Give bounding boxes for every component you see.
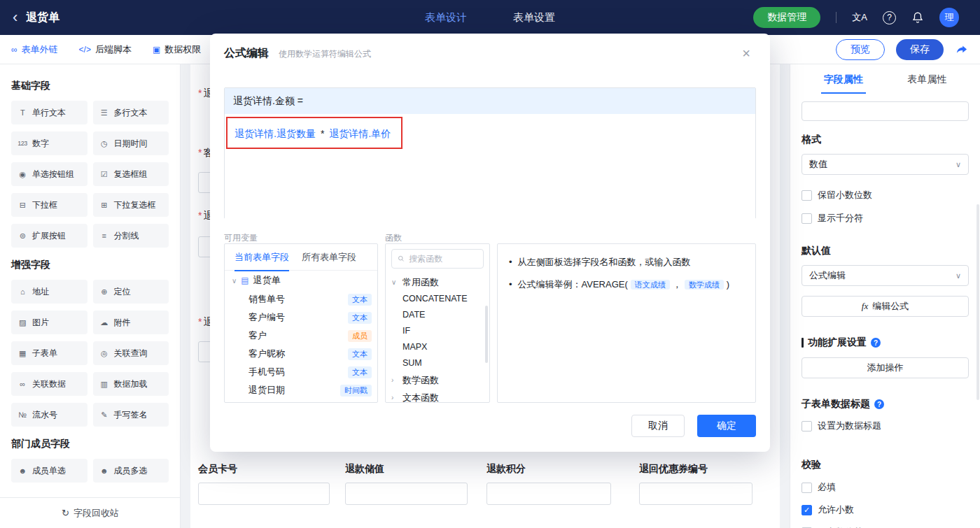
scrollbar[interactable] [976, 204, 979, 400]
thousands-separator-checkbox[interactable]: 显示千分符 [802, 212, 969, 224]
tab-all-form-fields[interactable]: 所有表单字段 [302, 251, 356, 264]
function-item[interactable]: SUM [386, 355, 489, 371]
add-action-button[interactable]: 添加操作 [802, 357, 969, 378]
data-permission-button[interactable]: ▣ 数据权限 [153, 43, 201, 56]
field-title-input[interactable] [802, 101, 969, 121]
palette-item-attachment[interactable]: ☁附件 [93, 311, 169, 334]
allow-decimals-checkbox[interactable]: 允许小数 [802, 504, 969, 516]
palette-item-subform[interactable]: ▦子表单 [11, 341, 88, 365]
default-value-select[interactable]: 公式编辑 ∨ [802, 265, 969, 286]
modal-subtitle: 使用数学运算符编辑公式 [279, 48, 371, 60]
checkbox-icon [802, 190, 812, 201]
confirm-button[interactable]: 确定 [697, 415, 756, 437]
palette-item-related-data[interactable]: ∞关联数据 [11, 372, 88, 396]
palette-item-location[interactable]: ⊕定位 [93, 280, 169, 304]
palette-item-member-multi[interactable]: ☻成员多选 [93, 459, 169, 483]
bell-icon[interactable] [911, 11, 924, 24]
member-card-input[interactable] [198, 483, 330, 505]
pen-icon: ✎ [99, 411, 110, 420]
default-value: 公式编辑 [809, 269, 846, 282]
function-group-text[interactable]: › 文本函数 [386, 389, 489, 403]
scrollbar[interactable] [485, 306, 488, 363]
help-circle-icon[interactable]: ? [871, 338, 881, 348]
image-icon: ▨ [17, 318, 28, 327]
palette-item-number[interactable]: 123数字 [11, 131, 88, 155]
edit-formula-button[interactable]: fx 编辑公式 [802, 296, 969, 317]
tab-form-settings[interactable]: 表单设置 [513, 11, 555, 24]
variable-row[interactable]: 客户昵称文本 [225, 345, 377, 363]
checkbox-label: 必填 [818, 481, 836, 494]
keep-decimals-checkbox[interactable]: 保留小数位数 [802, 189, 969, 201]
close-icon[interactable]: × [742, 46, 750, 60]
text-icon: T [17, 108, 28, 117]
formula-field-token[interactable]: 退货详情.退货数量 [234, 128, 316, 139]
function-search-input[interactable] [409, 254, 477, 264]
cancel-button[interactable]: 取消 [631, 415, 685, 437]
extension-settings-section: 功能扩展设置 ? [802, 336, 969, 349]
palette-item-divider[interactable]: ≡分割线 [93, 224, 169, 248]
field-recycle-bin[interactable]: ↻ 字段回收站 [0, 497, 181, 528]
palette-item-checkbox-group[interactable]: ☑复选框组 [93, 162, 169, 186]
backend-script-button[interactable]: </> 后端脚本 [79, 43, 132, 56]
function-item[interactable]: DATE [386, 307, 489, 323]
formula-expression[interactable]: 退货详情.退货数量*退货详情.单价 [234, 128, 391, 141]
help-icon[interactable]: ? [883, 11, 896, 24]
tab-form-properties[interactable]: 表单属性 [904, 73, 949, 86]
set-data-title-checkbox[interactable]: 设置为数据标题 [802, 420, 969, 432]
palette-item-signature[interactable]: ✎手写签名 [93, 403, 169, 427]
tab-field-properties[interactable]: 字段属性 [821, 73, 866, 86]
return-coupon-input[interactable] [639, 483, 752, 505]
backend-script-label: 后端脚本 [95, 43, 132, 56]
formula-field-token[interactable]: 退货详情.单价 [329, 128, 391, 139]
palette-item-multi-line-text[interactable]: ☰多行文本 [93, 101, 169, 124]
palette-item-serial-number[interactable]: №流水号 [11, 403, 88, 427]
tab-current-form-fields[interactable]: 当前表单字段 [234, 245, 289, 271]
preview-button[interactable]: 预览 [836, 39, 885, 60]
variable-row[interactable]: 销售单号文本 [225, 290, 377, 308]
palette-item-dropdown[interactable]: ⊟下拉框 [11, 193, 88, 217]
avatar[interactable]: 理 [939, 8, 959, 27]
variable-row[interactable]: 手机号码文本 [225, 363, 377, 381]
type-tag: 文本 [348, 312, 372, 324]
formula-input-area[interactable]: 退货详情.退货数量*退货详情.单价 [225, 114, 755, 219]
share-icon[interactable] [955, 43, 969, 57]
chevron-down-icon: ∨ [955, 160, 961, 169]
help-panel: •从左侧面板选择字段名和函数，或输入函数 •公式编辑举例：AVERAGE(语文成… [497, 243, 756, 403]
palette-item-address[interactable]: ⌂地址 [11, 280, 88, 304]
palette-item-single-line-text[interactable]: T单行文本 [11, 101, 88, 124]
palette-item-image[interactable]: ▨图片 [11, 311, 88, 334]
format-select[interactable]: 数值 ∨ [802, 154, 969, 175]
palette-item-related-query[interactable]: ◎关联查询 [93, 341, 169, 365]
variable-name: 手机号码 [248, 366, 285, 378]
pin-icon: ⌂ [17, 287, 28, 296]
help-line-2: •公式编辑举例：AVERAGE(语文成绩，数学成绩) [509, 278, 744, 292]
tree-root-form[interactable]: ∨ ▤ 退货单 [225, 271, 377, 290]
translate-icon[interactable]: 文A [852, 11, 867, 24]
default-value-label: 默认值 [802, 245, 969, 257]
palette-item-member-single[interactable]: ☻成员单选 [11, 459, 88, 483]
tab-form-design[interactable]: 表单设计 [425, 11, 467, 24]
refund-points-input[interactable] [486, 483, 611, 505]
function-group-common[interactable]: ∨ 常用函数 [386, 273, 489, 291]
help-circle-icon[interactable]: ? [874, 399, 884, 409]
function-item[interactable]: MAPX [386, 339, 489, 355]
function-item[interactable]: CONCATENATE [386, 291, 489, 307]
data-manage-button[interactable]: 数据管理 [753, 7, 820, 28]
function-item[interactable]: IF [386, 323, 489, 339]
save-button[interactable]: 保存 [896, 39, 944, 60]
variable-row[interactable]: 客户编号文本 [225, 308, 377, 327]
variable-row[interactable]: 退货日期时间戳 [225, 381, 377, 399]
palette-item-dropdown-multi[interactable]: ⊞下拉复选框 [93, 193, 169, 217]
required-checkbox[interactable]: 必填 [802, 481, 969, 494]
palette-item-extend-button[interactable]: ⊜扩展按钮 [11, 224, 88, 248]
palette-item-data-load[interactable]: ▥数据加载 [93, 372, 169, 396]
recycle-label: 字段回收站 [74, 507, 119, 520]
refund-stored-value-input[interactable] [345, 483, 468, 505]
palette-item-radio-group[interactable]: ◉单选按钮组 [11, 162, 88, 186]
palette-item-datetime[interactable]: ◷日期时间 [93, 131, 169, 155]
back-icon[interactable]: ‹ [13, 10, 18, 25]
form-external-link-button[interactable]: ∞ 表单外链 [11, 43, 58, 56]
function-group-math[interactable]: › 数学函数 [386, 371, 489, 389]
function-search[interactable] [391, 249, 484, 269]
variable-row[interactable]: 客户成员 [225, 327, 377, 345]
